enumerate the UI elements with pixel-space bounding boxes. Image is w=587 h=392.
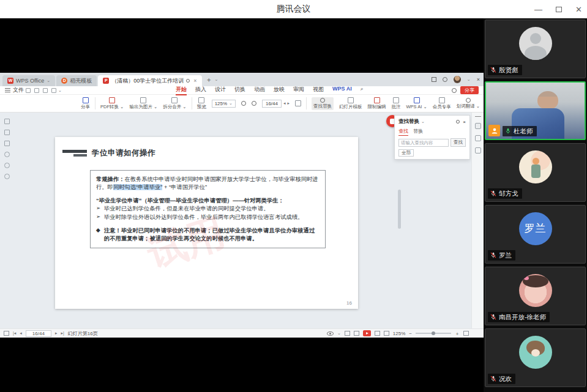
share-button[interactable]: 分享 bbox=[460, 86, 479, 94]
close-button[interactable]: ✕ bbox=[575, 6, 582, 13]
print-icon[interactable] bbox=[34, 88, 39, 93]
tab-list-icon[interactable]: ⌄ bbox=[215, 77, 219, 82]
tab-animation[interactable]: 动画 bbox=[254, 85, 265, 95]
toolbar-translate[interactable]: 划词翻译 ⌄ bbox=[457, 98, 480, 109]
toolbar-wps-ai[interactable]: WPS AI ⌄ bbox=[406, 97, 427, 109]
tab-review[interactable]: 审阅 bbox=[293, 85, 304, 95]
tab-transition[interactable]: 切换 bbox=[234, 85, 245, 95]
pin-icon[interactable] bbox=[186, 79, 190, 83]
participant-tile[interactable]: 南昌开放-徐老师 bbox=[485, 267, 586, 325]
participant-tile-speaking[interactable]: 杜老师 bbox=[485, 81, 586, 140]
minimize-button[interactable]: — bbox=[534, 6, 542, 13]
zoom-in-button[interactable]: ＋ bbox=[455, 330, 460, 337]
gear-icon[interactable] bbox=[4, 174, 10, 179]
mic-on-icon bbox=[505, 128, 511, 135]
new-tab-button[interactable]: ＋ bbox=[206, 75, 212, 84]
zoom-out-button[interactable]: − bbox=[409, 331, 412, 336]
undo-icon[interactable] bbox=[43, 88, 48, 93]
zoom-slider[interactable] bbox=[416, 333, 451, 334]
eye-protect-icon[interactable] bbox=[327, 331, 334, 336]
fit-window-button[interactable] bbox=[295, 100, 301, 106]
restore-window-icon[interactable] bbox=[432, 77, 436, 82]
save-icon[interactable] bbox=[26, 88, 31, 93]
quickbar-more-icon[interactable]: ⌄ bbox=[58, 88, 62, 93]
participant-tile[interactable]: 罗兰 罗兰 bbox=[485, 205, 586, 264]
tab-home[interactable]: 开始 bbox=[176, 85, 187, 95]
theme-icon[interactable] bbox=[452, 88, 457, 93]
ribbon-search-icon[interactable]: ⌕ bbox=[361, 85, 364, 95]
help-icon[interactable] bbox=[475, 147, 481, 153]
replace-tab[interactable]: 替换 bbox=[413, 128, 423, 136]
redo-icon[interactable] bbox=[51, 88, 56, 93]
pager-value[interactable]: 16/44 bbox=[262, 100, 282, 108]
tab-design[interactable]: 设计 bbox=[215, 85, 226, 95]
props-icon[interactable] bbox=[475, 135, 481, 141]
fullwidth-view-icon[interactable] bbox=[384, 331, 389, 336]
find-input[interactable] bbox=[398, 139, 449, 147]
collapse-icon[interactable] bbox=[475, 116, 481, 117]
slide-canvas[interactable]: 学位申请如何操作 常规操作：在教务系统中申请毕业时同时申请国家开放大学学士学位，… bbox=[55, 137, 358, 309]
pen-icon[interactable] bbox=[4, 163, 10, 168]
participant-tile[interactable]: 况欢 bbox=[485, 328, 586, 387]
maximize-button[interactable] bbox=[556, 7, 562, 12]
toolbar-restrict-edit[interactable]: 限制编辑 bbox=[368, 97, 386, 110]
toolbar-vip[interactable]: 会员专享 bbox=[433, 97, 451, 110]
avatar bbox=[519, 27, 552, 60]
attachment-icon[interactable] bbox=[4, 152, 10, 157]
toolbar-pdf-convert[interactable]: PDF转换 ⌄ bbox=[100, 97, 124, 110]
toolbar-preview[interactable]: 预览 bbox=[197, 97, 206, 110]
hamburger-menu-icon[interactable] bbox=[5, 88, 10, 92]
mic-muted-icon bbox=[490, 190, 496, 197]
tab-close-icon[interactable]: × bbox=[193, 78, 196, 84]
tab-slideshow[interactable]: 放映 bbox=[274, 85, 285, 95]
first-slide-icon[interactable]: |◂ bbox=[13, 331, 16, 336]
grid-view-icon[interactable] bbox=[4, 331, 9, 336]
toolbar-split-merge[interactable]: 拆分合并 ⌄ bbox=[163, 97, 186, 110]
find-all-chip[interactable]: 全部 bbox=[398, 149, 414, 157]
play-from-current-button[interactable] bbox=[363, 330, 371, 336]
tab-insert[interactable]: 插入 bbox=[195, 85, 206, 95]
zoom-out-button[interactable] bbox=[241, 101, 246, 106]
find-button[interactable]: 查找 bbox=[451, 138, 466, 147]
zoom-in-button[interactable] bbox=[252, 101, 256, 106]
chevron-down-icon: ⌄ bbox=[47, 78, 50, 83]
reading-view-icon[interactable] bbox=[375, 331, 380, 336]
file-menu[interactable]: 文件 bbox=[13, 86, 24, 94]
inbox-icon[interactable] bbox=[4, 130, 10, 135]
toolbar-find-replace[interactable]: 查找替换 bbox=[312, 97, 334, 110]
tab-wps-home[interactable]: W WPS Office ⌄ bbox=[2, 75, 55, 86]
toolbar-slide-template[interactable]: 幻灯片模板 bbox=[339, 97, 362, 110]
wps-minimize-icon[interactable]: ⌄ bbox=[467, 77, 471, 82]
toolbar-share[interactable]: 分享 bbox=[81, 97, 90, 110]
wps-close-icon[interactable]: × bbox=[477, 76, 480, 83]
bookmark-icon[interactable] bbox=[4, 119, 10, 124]
vertical-scrollbar[interactable] bbox=[398, 190, 401, 229]
participant-tile[interactable]: 邹方戈 bbox=[485, 143, 586, 202]
settings-icon[interactable] bbox=[443, 77, 447, 82]
right-tool-strip bbox=[471, 113, 484, 328]
last-slide-icon[interactable]: ▸| bbox=[61, 331, 64, 336]
find-replace-panel: 查找替换 ⌄ × 查找 替换 查找 全部 bbox=[394, 115, 470, 160]
find-tab[interactable]: 查找 bbox=[398, 128, 408, 136]
statusbar-pager[interactable]: 16/44 bbox=[26, 330, 51, 337]
prev-slide-icon[interactable]: ◂ bbox=[283, 101, 286, 106]
prev-slide-icon[interactable]: ◂ bbox=[20, 331, 22, 336]
search-panel-icon[interactable] bbox=[475, 123, 481, 129]
next-slide-icon[interactable]: ▸ bbox=[55, 331, 58, 336]
tab-wps-ai[interactable]: WPS AI bbox=[332, 85, 352, 95]
chevron-down-icon[interactable]: ⌄ bbox=[421, 119, 425, 124]
fit-screen-icon[interactable] bbox=[463, 331, 469, 336]
toolbar-export-image[interactable]: 输出为图片 ⌄ bbox=[129, 97, 157, 110]
next-slide-icon[interactable]: ▸ bbox=[288, 101, 290, 106]
participant-tile[interactable]: 殷贤彪 bbox=[485, 20, 586, 78]
zoom-select[interactable]: 125% ⌄ bbox=[212, 100, 236, 108]
pin-panel-icon[interactable] bbox=[456, 120, 460, 124]
normal-view-icon[interactable] bbox=[345, 331, 350, 336]
comment-bubble-icon[interactable] bbox=[4, 141, 10, 146]
toolbar-comment[interactable]: 批注 bbox=[392, 97, 401, 110]
account-avatar[interactable] bbox=[454, 76, 461, 83]
tab-view[interactable]: 视图 bbox=[313, 85, 324, 95]
sorter-view-icon[interactable] bbox=[354, 331, 359, 336]
close-panel-icon[interactable]: × bbox=[463, 119, 466, 125]
tab-docer-template[interactable]: D 稻壳模板 bbox=[56, 75, 97, 86]
